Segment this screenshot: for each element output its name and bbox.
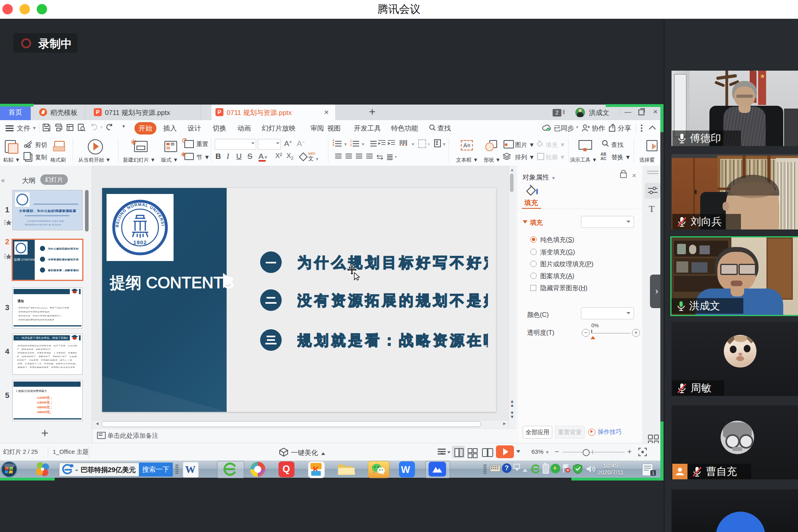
svg-text:1: 1 xyxy=(652,471,654,475)
svg-text:1902: 1902 xyxy=(133,239,147,245)
svg-text:BEIJING NORMAL UNIVERSITY: BEIJING NORMAL UNIVERSITY xyxy=(107,194,166,227)
